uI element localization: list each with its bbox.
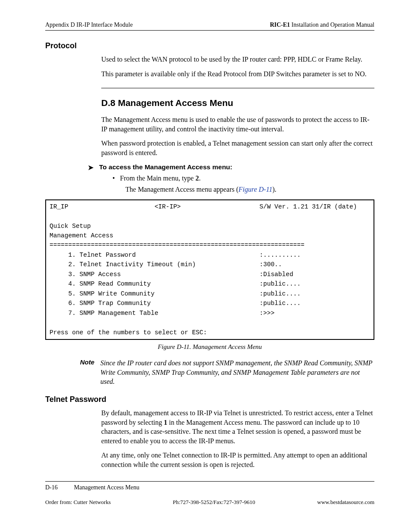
footer-line2: Order from: Cutter Networks Ph:727-398-5… xyxy=(45,499,374,506)
d8-p1: The Management Access menu is used to en… xyxy=(101,115,374,134)
page-number: D-16 xyxy=(45,484,58,491)
bullet-icon: • xyxy=(112,174,115,182)
protocol-heading: Protocol xyxy=(45,41,374,50)
procedure-title: To access the Management Access menu: xyxy=(99,163,232,171)
telnet-p2: At any time, only one Telnet connection … xyxy=(101,451,374,469)
protocol-p2: This parameter is available only if the … xyxy=(101,69,374,79)
footer-url: www.bestdatasource.com xyxy=(317,499,374,506)
footer-phone: Ph:727-398-5252/Fax:727-397-9610 xyxy=(173,499,255,506)
footer-section: Management Access Menu xyxy=(74,484,140,491)
note-text: Since the IP router card does not suppor… xyxy=(100,358,374,386)
footer-order: Order from: Cutter Networks xyxy=(45,499,111,506)
figure-reference-link[interactable]: Figure D-11 xyxy=(239,186,273,193)
arrow-icon: ➤ xyxy=(87,164,94,171)
procedure-arrow-line: ➤ To access the Management Access menu: xyxy=(87,163,374,171)
section-divider xyxy=(101,88,374,88)
note-label: Note xyxy=(76,358,94,386)
d8-heading: D.8Management Access Menu xyxy=(101,98,374,108)
terminal-screenshot: IR_IP <IR-IP> S/W Ver. 1.21 31/IR (date)… xyxy=(45,199,374,340)
header-left: Appendix D IR-IP Interface Module xyxy=(45,22,133,28)
figure-caption: Figure D-11. Management Access Menu xyxy=(45,343,374,351)
procedure-bullet: •From the Main menu, type 2. xyxy=(112,174,374,182)
header-right: RIC-E1 Installation and Operation Manual xyxy=(270,22,374,28)
protocol-p1: Used to select the WAN protocol to be us… xyxy=(101,55,374,64)
footer-line1: D-16Management Access Menu xyxy=(45,484,374,491)
d8-p2: When password protection is enabled, a T… xyxy=(101,139,374,157)
telnet-password-heading: Telnet Password xyxy=(45,395,374,404)
telnet-p1: By default, management access to IR-IP v… xyxy=(101,408,374,445)
page-header: Appendix D IR-IP Interface Module RIC-E1… xyxy=(45,22,374,31)
procedure-result: The Management Access menu appears (Figu… xyxy=(125,186,374,193)
footer-rule xyxy=(45,481,374,482)
note-block: Note Since the IP router card does not s… xyxy=(76,358,374,386)
